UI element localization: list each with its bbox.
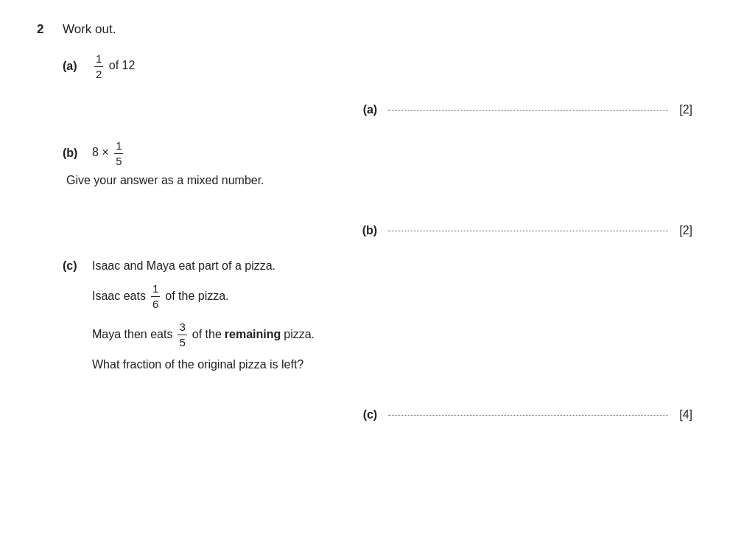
line2-mid: of the bbox=[192, 328, 222, 341]
fraction-c2-numerator: 3 bbox=[178, 320, 186, 335]
part-c-line1: Isaac eats 1 6 of the pizza. bbox=[92, 281, 315, 311]
fraction-a-numerator: 1 bbox=[94, 52, 103, 67]
part-c-line3: What fraction of the original pizza is l… bbox=[92, 358, 315, 371]
line1-prefix: Isaac eats bbox=[92, 290, 146, 303]
part-c: (c) Isaac and Maya eat part of a pizza. … bbox=[63, 259, 707, 371]
part-a-label: (a) bbox=[63, 60, 92, 73]
fraction-a-denominator: 2 bbox=[94, 67, 103, 82]
fraction-b-numerator: 1 bbox=[114, 139, 123, 154]
part-b-prefix: 8 × bbox=[92, 146, 109, 158]
part-a: (a) 1 2 of 12 bbox=[63, 52, 707, 81]
answer-label-b: (b) bbox=[362, 224, 377, 237]
part-a-content: 1 2 of 12 bbox=[92, 52, 135, 81]
part-c-label: (c) bbox=[63, 259, 92, 273]
exam-page: 2 Work out. (a) 1 2 of 12 (a) [2] (b) 8 … bbox=[0, 0, 744, 444]
fraction-c2-denominator: 5 bbox=[178, 335, 186, 350]
part-b-content: 8 × 1 5 bbox=[92, 139, 125, 168]
question-intro: Work out. bbox=[63, 22, 116, 37]
question-number: 2 bbox=[37, 22, 63, 37]
part-b-instruction: Give your answer as a mixed number. bbox=[66, 174, 707, 187]
answer-label-c: (c) bbox=[363, 408, 378, 421]
question-header: 2 Work out. bbox=[37, 22, 707, 37]
fraction-b: 1 5 bbox=[114, 139, 123, 168]
dotted-line-c bbox=[388, 415, 668, 416]
answer-label-a: (a) bbox=[363, 103, 378, 116]
answer-row-a: (a) [2] bbox=[37, 103, 707, 116]
fraction-c1: 1 6 bbox=[151, 281, 160, 311]
line2-prefix: Maya then eats bbox=[92, 328, 172, 341]
marks-a: [2] bbox=[679, 103, 692, 116]
dotted-line-a bbox=[388, 110, 668, 111]
line1-suffix: of the pizza. bbox=[165, 290, 228, 303]
part-b: (b) 8 × 1 5 bbox=[63, 139, 707, 168]
part-b-label: (b) bbox=[63, 147, 92, 160]
marks-c: [4] bbox=[679, 408, 692, 421]
line2-bold: remaining bbox=[225, 328, 281, 341]
fraction-a: 1 2 bbox=[94, 52, 103, 81]
part-a-text: of 12 bbox=[109, 59, 136, 71]
line2-suffix: pizza. bbox=[284, 328, 315, 341]
marks-b: [2] bbox=[679, 224, 692, 237]
fraction-c1-numerator: 1 bbox=[151, 281, 160, 297]
fraction-c2: 3 5 bbox=[178, 320, 186, 349]
answer-row-c: (c) [4] bbox=[37, 408, 707, 421]
part-c-intro: Isaac and Maya eat part of a pizza. bbox=[92, 259, 315, 273]
fraction-c1-denominator: 6 bbox=[151, 297, 160, 312]
part-c-content: Isaac and Maya eat part of a pizza. Isaa… bbox=[92, 259, 315, 371]
part-c-line2: Maya then eats 3 5 of the remaining pizz… bbox=[92, 320, 315, 349]
dotted-line-b bbox=[388, 231, 668, 231]
fraction-b-denominator: 5 bbox=[114, 154, 123, 169]
answer-row-b: (b) [2] bbox=[37, 224, 707, 237]
